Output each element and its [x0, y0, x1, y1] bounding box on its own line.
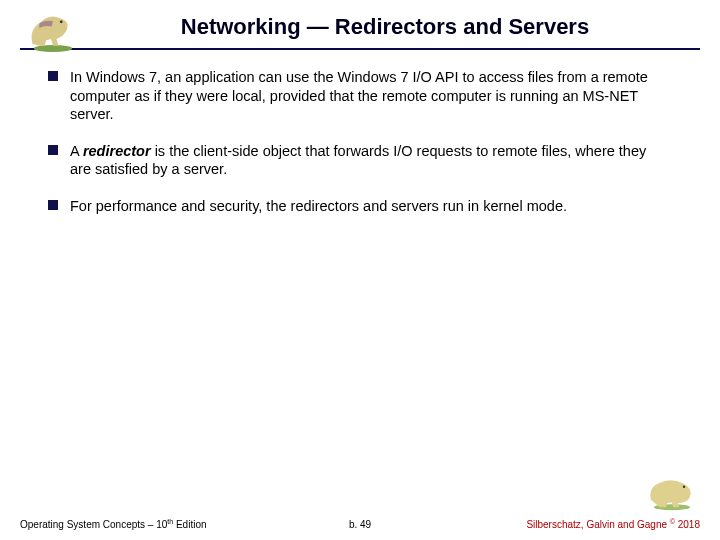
bullet-text-after: is the client-side object that forwards …: [70, 143, 646, 178]
footer-right-after: 2018: [675, 519, 700, 530]
bullet-text: For performance and security, the redire…: [70, 198, 567, 214]
slide-footer: Operating System Concepts – 10th Edition…: [0, 519, 720, 530]
bullet-1: In Windows 7, an application can use the…: [70, 68, 680, 124]
footer-left-before: Operating System Concepts – 10: [20, 519, 167, 530]
bullet-3: For performance and security, the redire…: [70, 197, 680, 216]
slide-header: Networking — Redirectors and Servers: [0, 0, 720, 40]
bullet-text: In Windows 7, an application can use the…: [70, 69, 648, 122]
dinosaur-top-icon: [18, 6, 88, 54]
footer-left: Operating System Concepts – 10th Edition: [20, 518, 207, 530]
bullet-term: redirector: [83, 143, 151, 159]
footer-right: Silberschatz, Galvin and Gagne © 2018: [526, 518, 700, 530]
bullet-text-before: A: [70, 143, 83, 159]
svg-point-3: [683, 486, 685, 488]
svg-point-0: [34, 45, 72, 52]
footer-left-after: Edition: [173, 519, 206, 530]
dinosaur-bottom-icon: [642, 470, 702, 512]
footer-right-before: Silberschatz, Galvin and Gagne: [526, 519, 669, 530]
slide-title: Networking — Redirectors and Servers: [20, 14, 700, 40]
bullet-2: A redirector is the client-side object t…: [70, 142, 680, 179]
svg-point-1: [60, 20, 63, 23]
slide-body: In Windows 7, an application can use the…: [0, 50, 720, 215]
